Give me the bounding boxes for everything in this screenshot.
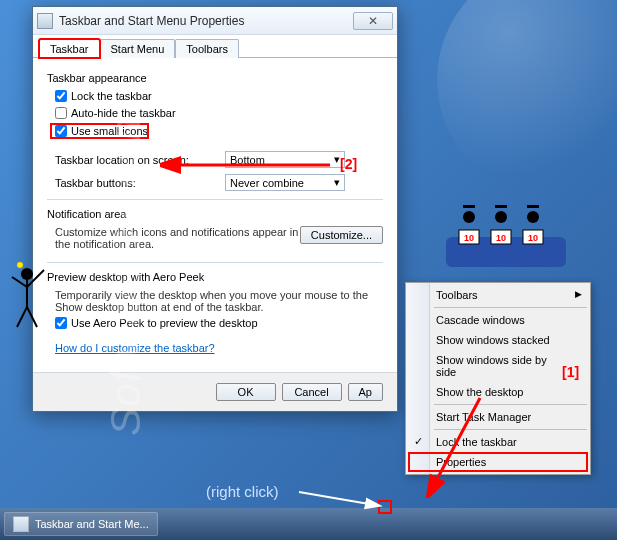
- notification-desc: Customize which icons and notifications …: [47, 226, 300, 250]
- svg-line-5: [12, 277, 27, 287]
- close-button[interactable]: ✕: [353, 12, 393, 30]
- small-icons-row[interactable]: Use small icons: [51, 124, 148, 138]
- judges-illustration: 10 10 10: [441, 202, 571, 272]
- svg-point-11: [463, 211, 475, 223]
- divider: [47, 262, 383, 263]
- apply-button[interactable]: Ap: [348, 383, 383, 401]
- titlebar[interactable]: Taskbar and Start Menu Properties ✕: [33, 7, 397, 35]
- notification-group-label: Notification area: [47, 208, 383, 220]
- svg-rect-10: [446, 237, 566, 267]
- chevron-down-icon: ▾: [334, 176, 340, 189]
- chevron-down-icon: ▾: [334, 153, 340, 166]
- taskbar-context-menu: Toolbars ▶ Cascade windows Show windows …: [405, 282, 591, 475]
- location-value: Bottom: [230, 154, 265, 166]
- tab-start-menu[interactable]: Start Menu: [100, 39, 176, 58]
- autohide-checkbox[interactable]: [55, 107, 67, 119]
- divider: [47, 199, 383, 200]
- aero-group-label: Preview desktop with Aero Peek: [47, 271, 383, 283]
- menu-stacked[interactable]: Show windows stacked: [408, 330, 588, 350]
- menu-show-desktop[interactable]: Show the desktop: [408, 382, 588, 402]
- right-click-target-box: [378, 500, 392, 514]
- help-link[interactable]: How do I customize the taskbar?: [47, 342, 215, 354]
- tab-toolbars[interactable]: Toolbars: [175, 39, 239, 58]
- svg-text:10: 10: [528, 233, 538, 243]
- svg-point-19: [527, 211, 539, 223]
- cancel-button[interactable]: Cancel: [282, 383, 342, 401]
- location-label: Taskbar location on screen:: [55, 154, 225, 166]
- buttons-select[interactable]: Never combine ▾: [225, 174, 345, 191]
- svg-text:10: 10: [464, 233, 474, 243]
- svg-rect-17: [491, 230, 511, 244]
- svg-rect-20: [527, 205, 539, 208]
- svg-rect-13: [459, 230, 479, 244]
- taskbar-item-icon: [13, 516, 29, 532]
- small-icons-label: Use small icons: [71, 125, 148, 137]
- aero-peek-label: Use Aero Peek to preview the desktop: [71, 317, 258, 329]
- submenu-arrow-icon: ▶: [575, 289, 582, 299]
- menu-lock-taskbar[interactable]: ✓ Lock the taskbar: [408, 432, 588, 452]
- aero-desc: Temporarily view the desktop when you mo…: [47, 289, 383, 313]
- aero-peek-row[interactable]: Use Aero Peek to preview the desktop: [47, 317, 383, 329]
- menu-cascade[interactable]: Cascade windows: [408, 310, 588, 330]
- right-click-hint: (right click): [206, 483, 279, 500]
- lock-taskbar-row[interactable]: Lock the taskbar: [47, 90, 383, 102]
- menu-separator: [434, 307, 587, 308]
- svg-point-9: [17, 262, 23, 268]
- menu-task-manager[interactable]: Start Task Manager: [408, 407, 588, 427]
- taskbar-properties-dialog: Taskbar and Start Menu Properties ✕ Task…: [32, 6, 398, 412]
- buttons-value: Never combine: [230, 177, 304, 189]
- svg-line-2: [299, 492, 369, 504]
- menu-toolbars-label: Toolbars: [436, 289, 478, 301]
- right-click-arrow: [294, 484, 384, 510]
- tab-taskbar[interactable]: Taskbar: [39, 39, 100, 58]
- svg-rect-21: [523, 230, 543, 244]
- customize-button[interactable]: Customize...: [300, 226, 383, 244]
- menu-properties[interactable]: Properties: [408, 452, 588, 472]
- check-icon: ✓: [414, 435, 423, 448]
- window-icon: [37, 13, 53, 29]
- lock-taskbar-label: Lock the taskbar: [71, 90, 152, 102]
- svg-text:10: 10: [496, 233, 506, 243]
- taskbar[interactable]: Taskbar and Start Me...: [0, 508, 617, 540]
- tab-strip: Taskbar Start Menu Toolbars: [33, 35, 397, 58]
- autohide-row[interactable]: Auto-hide the taskbar: [47, 107, 383, 119]
- menu-separator: [434, 404, 587, 405]
- taskbar-item[interactable]: Taskbar and Start Me...: [4, 512, 158, 536]
- menu-toolbars[interactable]: Toolbars ▶: [408, 285, 588, 305]
- svg-line-7: [17, 307, 27, 327]
- lock-taskbar-checkbox[interactable]: [55, 90, 67, 102]
- svg-rect-16: [495, 205, 507, 208]
- buttons-label: Taskbar buttons:: [55, 177, 225, 189]
- menu-separator: [434, 429, 587, 430]
- taskbar-item-label: Taskbar and Start Me...: [35, 518, 149, 530]
- close-icon: ✕: [368, 14, 378, 28]
- dialog-buttons: OK Cancel Ap: [33, 372, 397, 411]
- menu-lock-label: Lock the taskbar: [436, 436, 517, 448]
- svg-point-15: [495, 211, 507, 223]
- tab-content: Taskbar appearance Lock the taskbar Auto…: [33, 57, 397, 372]
- background-decoration: [437, 0, 617, 200]
- window-title: Taskbar and Start Menu Properties: [59, 14, 353, 28]
- ok-button[interactable]: OK: [216, 383, 276, 401]
- appearance-group-label: Taskbar appearance: [47, 72, 383, 84]
- location-select[interactable]: Bottom ▾: [225, 151, 345, 168]
- menu-sidebyside[interactable]: Show windows side by side: [408, 350, 588, 382]
- aero-peek-checkbox[interactable]: [55, 317, 67, 329]
- svg-rect-12: [463, 205, 475, 208]
- autohide-label: Auto-hide the taskbar: [71, 107, 176, 119]
- small-icons-checkbox[interactable]: [55, 125, 67, 137]
